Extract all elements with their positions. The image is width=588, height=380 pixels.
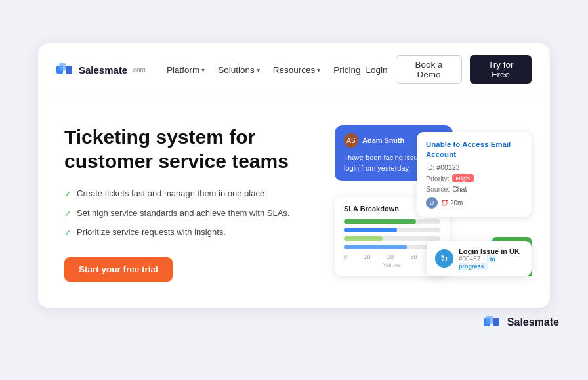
check-icon: ✓ xyxy=(64,188,72,200)
source-value: Chat xyxy=(452,185,467,193)
logo[interactable]: Salesmate.com xyxy=(56,63,146,76)
sla-axis: 0 10 20 30 40 xyxy=(344,253,440,260)
start-trial-button[interactable]: Start your free trial xyxy=(64,257,173,282)
priority-badge: High xyxy=(452,174,474,182)
nav-solutions[interactable]: Solutions ▾ xyxy=(218,65,260,75)
feature-item: ✓ Create tickets fast and manage them in… xyxy=(64,188,315,200)
ticket-id: ID: #00123 xyxy=(426,163,459,171)
ticket-title: Unable to Access Email Account xyxy=(426,140,522,159)
book-demo-button[interactable]: Book a Demo xyxy=(396,55,463,84)
inprogress-meta: #00457 · In progress xyxy=(459,255,523,270)
nav-actions: Login Book a Demo Try for Free xyxy=(366,55,532,84)
logo-label: Salesmate xyxy=(79,64,127,75)
check-icon: ✓ xyxy=(64,208,72,220)
check-icon: ✓ xyxy=(64,227,72,239)
navbar: Salesmate.com Platform ▾ Solutions ▾ Res… xyxy=(38,43,550,96)
hero-left: Ticketing system for customer service te… xyxy=(64,125,315,282)
chevron-down-icon: ▾ xyxy=(201,66,205,74)
sla-bar-4 xyxy=(344,245,440,249)
ticket-priority-row: Priority: High xyxy=(426,174,522,182)
try-free-button[interactable]: Try for Free xyxy=(470,55,532,84)
footer-logo-icon xyxy=(484,316,502,329)
sla-bar-1 xyxy=(344,219,440,224)
svg-rect-5 xyxy=(493,318,499,326)
inprogress-icon: ↻ xyxy=(435,249,453,268)
sla-bar-3 xyxy=(344,236,440,241)
ticket-time: ⏰ 20m xyxy=(441,200,463,207)
hero-title: Ticketing system for customer service te… xyxy=(64,125,315,173)
login-button[interactable]: Login xyxy=(366,65,388,75)
hero-section: Ticketing system for customer service te… xyxy=(38,96,550,308)
avatar: AS xyxy=(344,133,358,148)
chevron-down-icon: ▾ xyxy=(317,66,320,74)
ticket-source-row: Source: Chat xyxy=(426,185,522,193)
ticket-card: Unable to Access Email Account ID: #0012… xyxy=(417,132,532,217)
ticket-id-row: ID: #00123 xyxy=(426,163,522,171)
nav-resources[interactable]: Resources ▾ xyxy=(273,65,321,75)
nav-links: Platform ▾ Solutions ▾ Resources ▾ Prici… xyxy=(167,65,361,75)
logo-icon xyxy=(56,63,75,76)
ticket-avatar: U xyxy=(426,197,438,209)
nav-pricing[interactable]: Pricing xyxy=(333,65,360,75)
inprogress-title: Login Issue in UK xyxy=(459,247,523,255)
footer-watermark: Salesmate xyxy=(13,308,575,337)
main-card: Salesmate.com Platform ▾ Solutions ▾ Res… xyxy=(38,43,550,308)
hero-mockup: AS Adam Smith 😊 I have been facing issue… xyxy=(335,125,532,276)
source-label: Source: xyxy=(426,185,450,193)
priority-label: Priority: xyxy=(426,175,450,182)
svg-rect-4 xyxy=(486,316,493,324)
svg-rect-1 xyxy=(59,63,66,71)
inprogress-card: ↻ Login Issue in UK #00457 · In progress xyxy=(427,241,532,276)
feature-item: ✓ Prioritize service requests with insig… xyxy=(64,226,315,239)
sla-bar-2 xyxy=(344,228,440,232)
chat-username: Adam Smith xyxy=(362,137,404,144)
hero-features: ✓ Create tickets fast and manage them in… xyxy=(64,188,315,239)
inprogress-content: Login Issue in UK #00457 · In progress xyxy=(459,247,523,270)
ticket-user-row: U ⏰ 20m xyxy=(426,197,522,209)
clock-icon: ⏰ xyxy=(441,200,448,206)
chevron-down-icon: ▾ xyxy=(257,66,260,74)
feature-item: ✓ Set high service standards and achieve… xyxy=(64,207,315,220)
logo-tld: .com xyxy=(131,66,146,74)
nav-platform[interactable]: Platform ▾ xyxy=(167,65,205,75)
svg-rect-2 xyxy=(66,66,72,74)
footer-logo-text: Salesmate xyxy=(507,316,559,328)
sla-x-label: Values xyxy=(344,262,440,268)
